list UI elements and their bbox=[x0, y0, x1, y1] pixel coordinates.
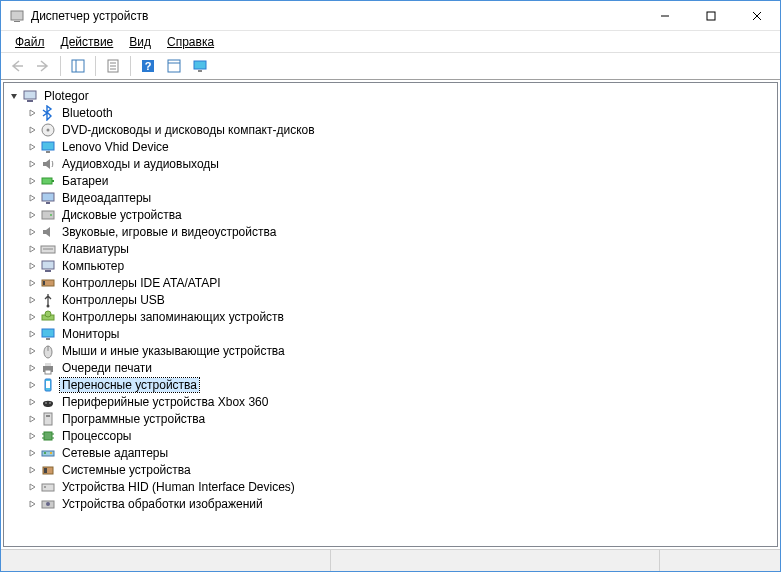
svg-rect-1 bbox=[14, 21, 20, 22]
expander-closed-icon[interactable] bbox=[26, 447, 38, 459]
minimize-button[interactable] bbox=[642, 1, 688, 31]
tree-item[interactable]: Батареи bbox=[4, 172, 777, 189]
tree-item-label: Контроллеры IDE ATA/ATAPI bbox=[60, 276, 223, 290]
app-icon bbox=[9, 8, 25, 24]
menu-file[interactable]: Файл bbox=[7, 33, 53, 51]
svg-point-38 bbox=[45, 311, 51, 317]
help-icon: ? bbox=[140, 58, 156, 74]
tree-item[interactable]: Контроллеры запоминающих устройств bbox=[4, 308, 777, 325]
show-hide-tree-button[interactable] bbox=[66, 54, 90, 78]
properties-button[interactable] bbox=[101, 54, 125, 78]
menu-help[interactable]: Справка bbox=[159, 33, 222, 51]
tree-root-label: Plotegor bbox=[42, 89, 91, 103]
tree-item[interactable]: Дисковые устройства bbox=[4, 206, 777, 223]
tree-item[interactable]: Мониторы bbox=[4, 325, 777, 342]
tree-item[interactable]: DVD-дисководы и дисководы компакт-дисков bbox=[4, 121, 777, 138]
expander-closed-icon[interactable] bbox=[26, 158, 38, 170]
window-title: Диспетчер устройств bbox=[31, 9, 642, 23]
software-icon bbox=[40, 411, 56, 427]
expander-closed-icon[interactable] bbox=[26, 362, 38, 374]
expander-closed-icon[interactable] bbox=[26, 141, 38, 153]
expander-closed-icon[interactable] bbox=[26, 192, 38, 204]
menu-view[interactable]: Вид bbox=[121, 33, 159, 51]
expander-closed-icon[interactable] bbox=[26, 413, 38, 425]
expander-closed-icon[interactable] bbox=[26, 294, 38, 306]
monitor2-icon bbox=[40, 326, 56, 342]
tree-item[interactable]: Контроллеры USB bbox=[4, 291, 777, 308]
keyboard-icon bbox=[40, 241, 56, 257]
svg-point-21 bbox=[47, 128, 50, 131]
back-button[interactable] bbox=[5, 54, 29, 78]
expander-closed-icon[interactable] bbox=[26, 379, 38, 391]
sound-icon bbox=[40, 224, 56, 240]
expander-closed-icon[interactable] bbox=[26, 209, 38, 221]
tree-item[interactable]: Мыши и иные указывающие устройства bbox=[4, 342, 777, 359]
help-button[interactable]: ? bbox=[136, 54, 160, 78]
tree-item[interactable]: Устройства HID (Human Interface Devices) bbox=[4, 478, 777, 495]
expander-closed-icon[interactable] bbox=[26, 107, 38, 119]
properties-icon bbox=[105, 58, 121, 74]
svg-rect-50 bbox=[44, 413, 52, 425]
close-button[interactable] bbox=[734, 1, 780, 31]
expander-closed-icon[interactable] bbox=[26, 226, 38, 238]
battery-icon bbox=[40, 173, 56, 189]
scan-hardware-button[interactable] bbox=[162, 54, 186, 78]
svg-rect-18 bbox=[24, 91, 36, 99]
tree-item-label: Звуковые, игровые и видеоустройства bbox=[60, 225, 278, 239]
expander-closed-icon[interactable] bbox=[26, 464, 38, 476]
svg-rect-3 bbox=[707, 12, 715, 20]
svg-rect-14 bbox=[168, 60, 180, 72]
tree-item[interactable]: Процессоры bbox=[4, 427, 777, 444]
forward-button[interactable] bbox=[31, 54, 55, 78]
network-icon bbox=[40, 445, 56, 461]
expander-closed-icon[interactable] bbox=[26, 328, 38, 340]
status-panel-2 bbox=[331, 550, 661, 571]
expander-closed-icon[interactable] bbox=[26, 277, 38, 289]
expander-closed-icon[interactable] bbox=[26, 260, 38, 272]
expander-closed-icon[interactable] bbox=[26, 430, 38, 442]
expander-closed-icon[interactable] bbox=[26, 498, 38, 510]
tree-item[interactable]: Переносные устройства bbox=[4, 376, 777, 393]
portable-icon bbox=[40, 377, 56, 393]
tree-item[interactable]: Устройства обработки изображений bbox=[4, 495, 777, 512]
tree-item[interactable]: Компьютер bbox=[4, 257, 777, 274]
maximize-button[interactable] bbox=[688, 1, 734, 31]
svg-rect-24 bbox=[42, 178, 52, 184]
expander-open-icon[interactable] bbox=[8, 90, 20, 102]
tree-item[interactable]: Контроллеры IDE ATA/ATAPI bbox=[4, 274, 777, 291]
tree-item[interactable]: Видеоадаптеры bbox=[4, 189, 777, 206]
tree-item-label: DVD-дисководы и дисководы компакт-дисков bbox=[60, 123, 317, 137]
tree-item[interactable]: Аудиовходы и аудиовыходы bbox=[4, 155, 777, 172]
svg-rect-47 bbox=[46, 381, 50, 388]
disk-icon bbox=[40, 207, 56, 223]
expander-closed-icon[interactable] bbox=[26, 481, 38, 493]
expander-closed-icon[interactable] bbox=[26, 243, 38, 255]
show-hidden-button[interactable] bbox=[188, 54, 212, 78]
tree-item[interactable]: Звуковые, игровые и видеоустройства bbox=[4, 223, 777, 240]
tree-item[interactable]: Программные устройства bbox=[4, 410, 777, 427]
svg-point-63 bbox=[44, 486, 46, 488]
device-tree[interactable]: Plotegor BluetoothDVD-дисководы и дисков… bbox=[3, 82, 778, 547]
expander-closed-icon[interactable] bbox=[26, 175, 38, 187]
tree-item[interactable]: Очереди печати bbox=[4, 359, 777, 376]
tree-item[interactable]: Lenovo Vhid Device bbox=[4, 138, 777, 155]
tree-item-label: Периферийные устройства Xbox 360 bbox=[60, 395, 270, 409]
tree-item[interactable]: Системные устройства bbox=[4, 461, 777, 478]
svg-point-58 bbox=[44, 452, 46, 454]
svg-rect-6 bbox=[72, 60, 84, 72]
tree-item[interactable]: Клавиатуры bbox=[4, 240, 777, 257]
tree-root[interactable]: Plotegor bbox=[4, 87, 777, 104]
expander-closed-icon[interactable] bbox=[26, 311, 38, 323]
expander-closed-icon[interactable] bbox=[26, 345, 38, 357]
tree-item-label: Батареи bbox=[60, 174, 110, 188]
expander-closed-icon[interactable] bbox=[26, 124, 38, 136]
menubar: Файл Действие Вид Справка bbox=[1, 31, 780, 52]
svg-point-49 bbox=[49, 402, 51, 404]
tree-item[interactable]: Bluetooth bbox=[4, 104, 777, 121]
expander-closed-icon[interactable] bbox=[26, 396, 38, 408]
titlebar: Диспетчер устройств bbox=[1, 1, 780, 31]
tree-item[interactable]: Периферийные устройства Xbox 360 bbox=[4, 393, 777, 410]
svg-rect-39 bbox=[42, 329, 54, 337]
tree-item[interactable]: Сетевые адаптеры bbox=[4, 444, 777, 461]
menu-action[interactable]: Действие bbox=[53, 33, 122, 51]
